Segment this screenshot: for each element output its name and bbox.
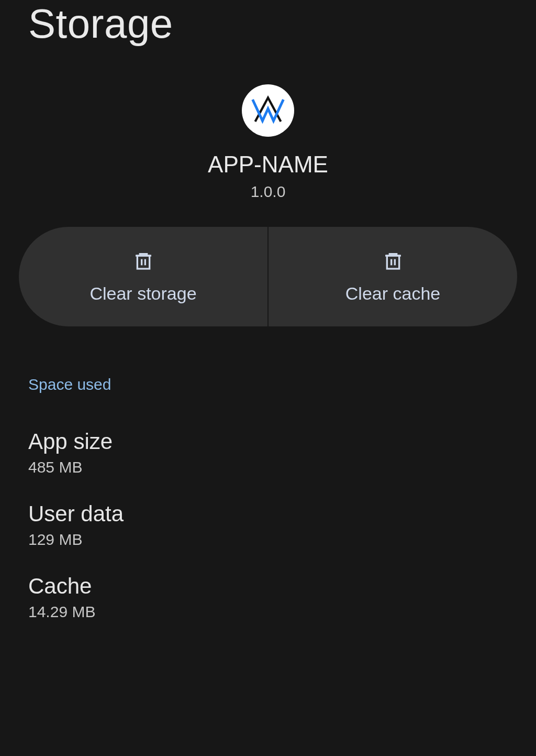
page-title: Storage	[0, 0, 536, 69]
trash-icon	[133, 249, 154, 274]
app-logo-icon	[250, 92, 286, 129]
stat-label: User data	[28, 501, 508, 527]
stat-label: Cache	[28, 574, 508, 599]
clear-cache-button[interactable]: Clear cache	[269, 227, 517, 326]
stat-item-cache: Cache 14.29 MB	[0, 549, 536, 621]
trash-icon	[383, 249, 404, 274]
app-icon	[242, 84, 294, 137]
space-used-section-label: Space used	[0, 326, 536, 404]
app-version: 1.0.0	[251, 183, 286, 201]
stat-value: 485 MB	[28, 458, 508, 476]
app-header: APP-NAME 1.0.0	[0, 69, 536, 227]
stat-item-user-data: User data 129 MB	[0, 476, 536, 549]
stat-label: App size	[28, 429, 508, 454]
stat-value: 14.29 MB	[28, 603, 508, 621]
clear-storage-button[interactable]: Clear storage	[19, 227, 267, 326]
svg-rect-0	[137, 256, 149, 269]
clear-storage-label: Clear storage	[90, 283, 196, 304]
svg-rect-3	[387, 256, 399, 269]
stat-item-app-size: App size 485 MB	[0, 404, 536, 476]
app-name: APP-NAME	[208, 151, 328, 178]
stat-value: 129 MB	[28, 531, 508, 549]
clear-cache-label: Clear cache	[345, 283, 440, 304]
storage-settings-screen: Storage APP-NAME 1.0.0 Clear storage	[0, 0, 536, 642]
action-button-row: Clear storage Clear cache	[19, 227, 517, 326]
